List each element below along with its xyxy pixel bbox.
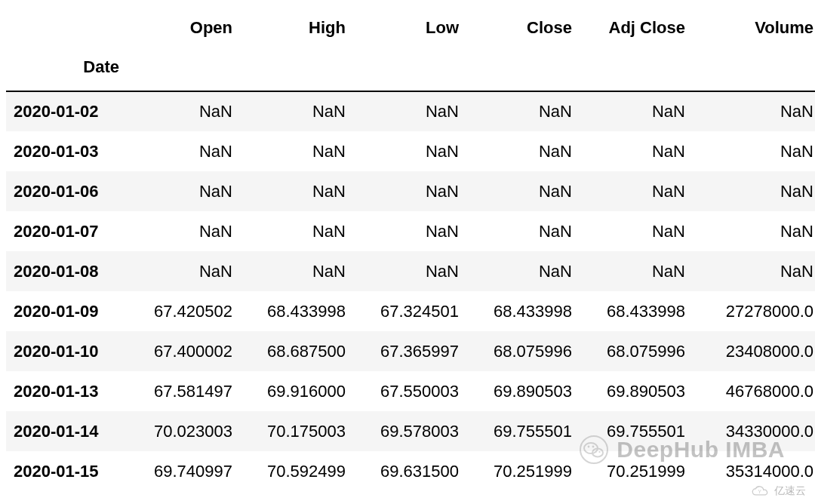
cell-high: NaN <box>240 131 353 171</box>
cell-low: NaN <box>353 91 466 131</box>
cell-low: 67.550003 <box>353 371 466 411</box>
cell-volume: 46768000.0 <box>693 371 815 411</box>
row-index-date: 2020-01-03 <box>6 131 127 171</box>
cell-close: 68.075996 <box>466 331 580 371</box>
col-low: Low <box>353 8 466 47</box>
cell-high: NaN <box>240 211 353 251</box>
cell-adj_close: NaN <box>580 211 693 251</box>
cell-volume: NaN <box>693 251 815 291</box>
col-adj-close: Adj Close <box>580 8 693 47</box>
blank-corner <box>6 8 127 47</box>
row-index-date: 2020-01-14 <box>6 411 127 451</box>
cell-open: 67.581497 <box>127 371 240 411</box>
cell-high: 68.687500 <box>240 331 353 371</box>
cell-low: 67.365997 <box>353 331 466 371</box>
cell-open: NaN <box>127 171 240 211</box>
cell-volume: 27278000.0 <box>693 291 815 331</box>
cell-high: NaN <box>240 91 353 131</box>
svg-text:Y: Y <box>758 489 762 494</box>
data-table-container: Open High Low Close Adj Close Volume Dat… <box>0 0 815 491</box>
cell-low: 69.631500 <box>353 451 466 491</box>
cell-open: NaN <box>127 251 240 291</box>
table-row: 2020-01-1367.58149769.91600067.55000369.… <box>6 371 815 411</box>
cell-open: 67.400002 <box>127 331 240 371</box>
table-row: 2020-01-06NaNNaNNaNNaNNaNNaN <box>6 171 815 211</box>
svg-point-4 <box>592 446 595 448</box>
table-row: 2020-01-07NaNNaNNaNNaNNaNNaN <box>6 211 815 251</box>
watermark-brand: DeepHub IMBA <box>579 435 785 465</box>
cell-high: 68.433998 <box>240 291 353 331</box>
cell-high: 70.592499 <box>240 451 353 491</box>
cell-low: NaN <box>353 131 466 171</box>
cell-low: 69.578003 <box>353 411 466 451</box>
cell-close: NaN <box>466 211 580 251</box>
cell-open: NaN <box>127 91 240 131</box>
table-body: 2020-01-02NaNNaNNaNNaNNaNNaN2020-01-03Na… <box>6 91 815 491</box>
cell-low: NaN <box>353 171 466 211</box>
cell-adj_close: NaN <box>580 171 693 211</box>
table-row: 2020-01-0967.42050268.43399867.32450168.… <box>6 291 815 331</box>
svg-point-3 <box>588 446 590 448</box>
table-row: 2020-01-08NaNNaNNaNNaNNaNNaN <box>6 251 815 291</box>
svg-point-6 <box>599 451 601 453</box>
row-index-date: 2020-01-08 <box>6 251 127 291</box>
row-index-date: 2020-01-10 <box>6 331 127 371</box>
cell-low: 67.324501 <box>353 291 466 331</box>
cell-close: 69.890503 <box>466 371 580 411</box>
watermark-site: Y 亿速云 <box>750 484 806 498</box>
cell-adj_close: NaN <box>580 251 693 291</box>
cell-high: NaN <box>240 171 353 211</box>
col-open: Open <box>127 8 240 47</box>
cell-adj_close: 69.890503 <box>580 371 693 411</box>
stock-price-table: Open High Low Close Adj Close Volume Dat… <box>6 8 815 491</box>
cell-open: NaN <box>127 211 240 251</box>
watermark-site-text: 亿速云 <box>774 484 806 498</box>
index-label: Date <box>6 47 127 91</box>
cell-adj_close: NaN <box>580 131 693 171</box>
row-index-date: 2020-01-13 <box>6 371 127 411</box>
svg-point-5 <box>595 451 597 453</box>
cell-open: 69.740997 <box>127 451 240 491</box>
cell-adj_close: 68.075996 <box>580 331 693 371</box>
cell-close: NaN <box>466 251 580 291</box>
cell-close: NaN <box>466 91 580 131</box>
cell-volume: NaN <box>693 211 815 251</box>
row-index-date: 2020-01-02 <box>6 91 127 131</box>
cell-close: 68.433998 <box>466 291 580 331</box>
cell-low: NaN <box>353 251 466 291</box>
row-index-date: 2020-01-15 <box>6 451 127 491</box>
table-row: 2020-01-02NaNNaNNaNNaNNaNNaN <box>6 91 815 131</box>
row-index-date: 2020-01-06 <box>6 171 127 211</box>
cell-volume: NaN <box>693 131 815 171</box>
cell-open: NaN <box>127 131 240 171</box>
cell-low: NaN <box>353 211 466 251</box>
watermark-brand-text: DeepHub IMBA <box>617 437 785 463</box>
cell-close: NaN <box>466 171 580 211</box>
cell-high: 70.175003 <box>240 411 353 451</box>
table-row: 2020-01-1067.40000268.68750067.36599768.… <box>6 331 815 371</box>
row-index-date: 2020-01-07 <box>6 211 127 251</box>
cell-volume: 23408000.0 <box>693 331 815 371</box>
cell-volume: NaN <box>693 91 815 131</box>
cell-open: 67.420502 <box>127 291 240 331</box>
cell-close: 69.755501 <box>466 411 580 451</box>
cell-high: 69.916000 <box>240 371 353 411</box>
wechat-icon <box>579 435 609 465</box>
cell-open: 70.023003 <box>127 411 240 451</box>
table-row: 2020-01-03NaNNaNNaNNaNNaNNaN <box>6 131 815 171</box>
cell-high: NaN <box>240 251 353 291</box>
col-high: High <box>240 8 353 47</box>
row-index-date: 2020-01-09 <box>6 291 127 331</box>
col-close: Close <box>466 8 580 47</box>
cell-volume: NaN <box>693 171 815 211</box>
cell-adj_close: 68.433998 <box>580 291 693 331</box>
cell-adj_close: NaN <box>580 91 693 131</box>
cell-close: NaN <box>466 131 580 171</box>
col-volume: Volume <box>693 8 815 47</box>
cell-close: 70.251999 <box>466 451 580 491</box>
cloud-icon: Y <box>750 484 770 498</box>
